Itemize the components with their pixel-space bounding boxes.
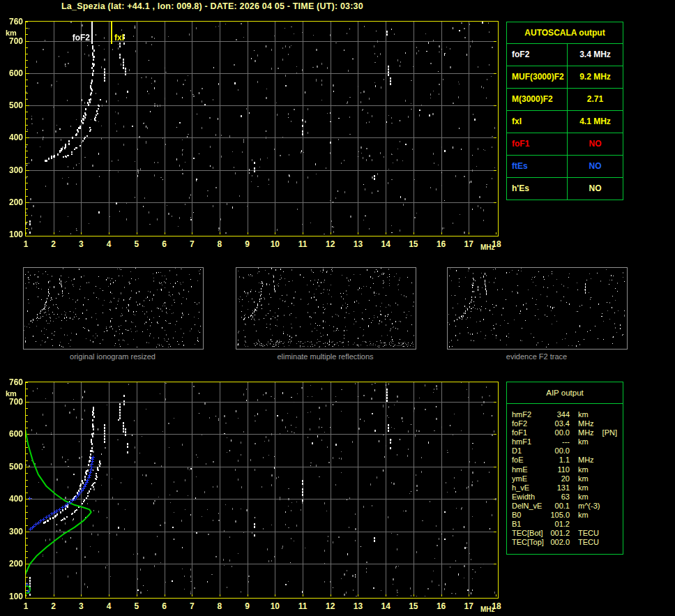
aip-param-value: 344 xyxy=(547,410,570,419)
autoscala-param-value: 4.1 MHz xyxy=(567,111,623,133)
aip-param-unit: TECU xyxy=(578,529,599,538)
x-axis-tick-label: 4 xyxy=(100,601,117,611)
aip-param-value: 63 xyxy=(547,493,570,502)
aip-row: h_vE131km xyxy=(512,483,623,493)
aip-table-title: AIP output xyxy=(507,382,623,404)
x-axis-tick-label: 16 xyxy=(433,239,450,249)
panel-evidence-canvas xyxy=(448,268,625,347)
autoscala-param-label: foF1 xyxy=(507,133,567,155)
aip-row: ymE20km xyxy=(512,474,623,483)
x-axis-tick-label: 1 xyxy=(17,239,34,249)
panel-eliminate-reflections xyxy=(236,267,416,350)
aip-param-unit: km xyxy=(578,465,589,474)
aip-param-value: 001.2 xyxy=(547,529,570,538)
aip-row: TEC[Bot]001.2TECU xyxy=(512,529,623,538)
x-axis-tick-label: 14 xyxy=(377,239,394,249)
y-axis-tick-label: 200 xyxy=(0,197,23,207)
autoscala-param-value: 2.71 xyxy=(567,89,623,110)
bottom-ionogram-canvas xyxy=(26,382,496,596)
station-title: La_Spezia (lat: +44.1 , lon: 009.8) - DA… xyxy=(61,1,363,11)
x-axis-tick-label: 13 xyxy=(349,239,366,249)
aip-param-unit: km xyxy=(578,410,589,419)
aip-row: foF100.0MHz[PN] xyxy=(512,428,623,437)
aip-param-unit: m^(-3) xyxy=(578,502,600,511)
bottom-ionogram-chart xyxy=(25,382,499,599)
x-axis-tick-label: 3 xyxy=(73,239,89,249)
autoscala-param-label: fxI xyxy=(507,111,567,133)
x-axis-tick-label: 6 xyxy=(156,239,173,249)
y-axis-tick-label: 700 xyxy=(0,397,23,407)
y-axis-tick-label: 760 xyxy=(0,17,23,27)
aip-param-unit: MHz xyxy=(578,419,594,428)
y-axis-unit-label: km xyxy=(6,389,17,398)
autoscala-row: foF23.4 MHz xyxy=(507,43,623,66)
x-axis-tick-label: 15 xyxy=(405,239,422,249)
autoscala-output-table: AUTOSCALA output foF23.4 MHzMUF(3000)F29… xyxy=(506,22,623,200)
x-axis-tick-label: 17 xyxy=(460,601,477,611)
panel-caption-eliminate: eliminate multiple reflections xyxy=(236,352,415,361)
x-axis-tick-label: 9 xyxy=(239,239,256,249)
aip-param-value: 03.4 xyxy=(547,419,570,428)
autoscala-param-value: NO xyxy=(567,156,623,177)
x-axis-tick-label: 10 xyxy=(266,239,283,249)
aip-row: DelN_vE00.1m^(-3) xyxy=(512,502,623,511)
aip-param-unit: km xyxy=(578,474,589,483)
y-axis-tick-label: 600 xyxy=(0,68,23,78)
aip-param-label: TEC[Top] xyxy=(512,538,547,547)
aip-row: B101.2 xyxy=(512,520,623,529)
aip-param-label: hmE xyxy=(512,465,547,474)
aip-param-value: 00.0 xyxy=(547,446,570,456)
aip-param-value: 1.1 xyxy=(547,456,570,465)
aip-param-label: hmF1 xyxy=(512,437,547,446)
x-axis-tick-label: 9 xyxy=(239,601,256,611)
panel-original-canvas xyxy=(24,268,202,347)
y-axis-tick-label: 300 xyxy=(0,527,23,536)
x-axis-tick-label: 10 xyxy=(266,601,283,611)
y-axis-tick-label: 400 xyxy=(0,133,23,142)
aip-param-unit: km xyxy=(578,483,589,493)
autoscala-param-value: 9.2 MHz xyxy=(567,66,623,88)
x-axis-tick-label: 13 xyxy=(349,601,366,611)
x-axis-tick-label: 16 xyxy=(433,601,450,611)
aip-param-label: foF1 xyxy=(512,428,547,437)
top-ionogram-canvas xyxy=(26,22,496,234)
autoscala-row: h'EsNO xyxy=(507,177,623,200)
panel-eliminate-canvas xyxy=(236,268,414,347)
aip-param-note: [PN] xyxy=(602,428,617,437)
panel-original-ionogram xyxy=(23,267,204,350)
aip-param-value: 01.2 xyxy=(547,520,570,529)
x-axis-tick-label: 12 xyxy=(322,239,339,249)
autoscala-param-value: NO xyxy=(567,178,623,200)
x-axis-tick-label: 17 xyxy=(460,239,477,249)
aip-row: TEC[Top]002.0TECU xyxy=(512,538,623,547)
aip-row: D100.0 xyxy=(512,446,623,456)
y-axis-tick-label: 100 xyxy=(0,230,23,239)
panel-caption-evidence: evidence F2 trace xyxy=(447,352,626,361)
y-axis-unit-label: km xyxy=(6,29,17,37)
aip-row: hmF2344km xyxy=(512,410,623,419)
autoscala-param-value: 3.4 MHz xyxy=(567,44,623,66)
x-axis-tick-label: 12 xyxy=(322,601,339,611)
autoscala-param-label: foF2 xyxy=(507,44,567,66)
aip-param-label: foE xyxy=(512,456,547,465)
y-axis-tick-label: 300 xyxy=(0,165,23,175)
x-axis-tick-label: 2 xyxy=(45,601,62,611)
aip-row: Ewidth63km xyxy=(512,493,623,502)
aip-param-label: D1 xyxy=(512,446,547,456)
aip-row: foE1.1MHz xyxy=(512,456,623,465)
y-axis-tick-label: 700 xyxy=(0,36,23,46)
x-axis-tick-label: 6 xyxy=(156,601,173,611)
autoscala-row: foF1NO xyxy=(507,133,623,155)
aip-param-value: 105.0 xyxy=(547,511,570,520)
autoscala-param-label: ftEs xyxy=(507,156,567,177)
aip-param-value: 20 xyxy=(547,474,570,483)
x-axis-tick-label: 1 xyxy=(17,601,34,611)
aip-row: foF203.4MHz xyxy=(512,419,623,428)
aip-param-value: 131 xyxy=(547,483,570,493)
y-axis-tick-label: 100 xyxy=(0,592,23,601)
x-axis-tick-label: 8 xyxy=(211,239,228,249)
x-axis-tick-label: 15 xyxy=(405,601,422,611)
x-axis-unit-label: MHz xyxy=(480,606,495,613)
y-axis-tick-label: 500 xyxy=(0,462,23,472)
x-axis-tick-label: 3 xyxy=(73,601,89,611)
